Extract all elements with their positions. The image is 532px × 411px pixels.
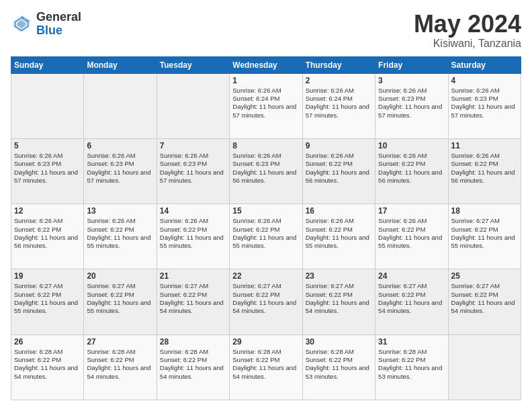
day-number: 2 [306, 76, 372, 85]
day-info: Sunrise: 6:26 AMSunset: 6:22 PMDaylight:… [14, 217, 81, 250]
calendar-week-row: 1Sunrise: 6:26 AMSunset: 6:24 PMDaylight… [11, 73, 521, 138]
table-row: 9Sunrise: 6:26 AMSunset: 6:22 PMDaylight… [302, 138, 375, 203]
title-block: May 2024 Kisiwani, Tanzania [414, 11, 521, 50]
title-month: May 2024 [414, 11, 521, 38]
table-row: 31Sunrise: 6:28 AMSunset: 6:22 PMDayligh… [375, 334, 448, 400]
day-info: Sunrise: 6:26 AMSunset: 6:23 PMDaylight:… [14, 152, 81, 185]
header: General Blue May 2024 Kisiwani, Tanzania [11, 11, 521, 50]
day-info: Sunrise: 6:28 AMSunset: 6:22 PMDaylight:… [160, 348, 226, 381]
day-number: 9 [306, 141, 372, 150]
table-row: 13Sunrise: 6:26 AMSunset: 6:22 PMDayligh… [84, 204, 157, 269]
day-number: 15 [232, 206, 299, 216]
day-info: Sunrise: 6:26 AMSunset: 6:22 PMDaylight:… [87, 217, 153, 250]
table-row [11, 73, 84, 138]
th-wednesday: Wednesday [230, 56, 302, 73]
day-number: 31 [378, 337, 445, 347]
th-saturday: Saturday [448, 56, 521, 73]
day-number: 19 [14, 271, 81, 281]
day-info: Sunrise: 6:27 AMSunset: 6:22 PMDaylight:… [378, 282, 445, 315]
day-number: 28 [160, 337, 226, 347]
day-info: Sunrise: 6:28 AMSunset: 6:22 PMDaylight:… [87, 348, 153, 381]
day-number: 30 [306, 337, 372, 347]
day-number: 25 [451, 271, 518, 281]
day-number: 27 [87, 337, 153, 347]
day-number: 12 [14, 206, 81, 216]
day-number: 5 [14, 141, 81, 150]
calendar-week-row: 19Sunrise: 6:27 AMSunset: 6:22 PMDayligh… [11, 269, 521, 334]
table-row: 19Sunrise: 6:27 AMSunset: 6:22 PMDayligh… [11, 269, 84, 334]
table-row: 17Sunrise: 6:26 AMSunset: 6:22 PMDayligh… [375, 204, 448, 269]
table-row: 14Sunrise: 6:26 AMSunset: 6:22 PMDayligh… [157, 204, 229, 269]
calendar-week-row: 26Sunrise: 6:28 AMSunset: 6:22 PMDayligh… [11, 334, 521, 400]
day-number: 23 [306, 271, 372, 281]
day-info: Sunrise: 6:26 AMSunset: 6:24 PMDaylight:… [232, 87, 299, 120]
day-info: Sunrise: 6:26 AMSunset: 6:24 PMDaylight:… [306, 87, 372, 120]
day-info: Sunrise: 6:27 AMSunset: 6:22 PMDaylight:… [232, 282, 299, 315]
day-number: 1 [232, 76, 299, 85]
table-row: 12Sunrise: 6:26 AMSunset: 6:22 PMDayligh… [11, 204, 84, 269]
day-info: Sunrise: 6:26 AMSunset: 6:23 PMDaylight:… [160, 152, 226, 185]
day-number: 13 [87, 206, 153, 216]
day-number: 7 [160, 141, 226, 150]
day-number: 21 [160, 271, 226, 281]
th-thursday: Thursday [302, 56, 375, 73]
table-row: 25Sunrise: 6:27 AMSunset: 6:22 PMDayligh… [448, 269, 521, 334]
table-row: 4Sunrise: 6:26 AMSunset: 6:23 PMDaylight… [448, 73, 521, 138]
day-info: Sunrise: 6:26 AMSunset: 6:23 PMDaylight:… [232, 152, 299, 185]
table-row: 27Sunrise: 6:28 AMSunset: 6:22 PMDayligh… [84, 334, 157, 400]
day-number: 6 [87, 141, 153, 150]
table-row [448, 334, 521, 400]
day-info: Sunrise: 6:27 AMSunset: 6:22 PMDaylight:… [451, 282, 518, 315]
day-info: Sunrise: 6:27 AMSunset: 6:22 PMDaylight:… [160, 282, 226, 315]
day-number: 20 [87, 271, 153, 281]
day-number: 4 [451, 76, 518, 85]
table-row: 22Sunrise: 6:27 AMSunset: 6:22 PMDayligh… [230, 269, 302, 334]
table-row: 2Sunrise: 6:26 AMSunset: 6:24 PMDaylight… [302, 73, 375, 138]
day-info: Sunrise: 6:26 AMSunset: 6:22 PMDaylight:… [378, 152, 445, 185]
table-row: 15Sunrise: 6:26 AMSunset: 6:22 PMDayligh… [230, 204, 302, 269]
day-info: Sunrise: 6:28 AMSunset: 6:22 PMDaylight:… [306, 348, 372, 381]
page: General Blue May 2024 Kisiwani, Tanzania… [0, 0, 532, 411]
day-number: 17 [378, 206, 445, 216]
calendar-table: Sunday Monday Tuesday Wednesday Thursday… [11, 56, 521, 400]
day-info: Sunrise: 6:26 AMSunset: 6:22 PMDaylight:… [378, 217, 445, 250]
calendar-header-row: Sunday Monday Tuesday Wednesday Thursday… [11, 56, 521, 73]
day-info: Sunrise: 6:27 AMSunset: 6:22 PMDaylight:… [306, 282, 372, 315]
th-sunday: Sunday [11, 56, 84, 73]
th-friday: Friday [375, 56, 448, 73]
day-number: 3 [378, 76, 445, 85]
day-info: Sunrise: 6:28 AMSunset: 6:22 PMDaylight:… [232, 348, 299, 381]
table-row: 16Sunrise: 6:26 AMSunset: 6:22 PMDayligh… [302, 204, 375, 269]
table-row: 11Sunrise: 6:26 AMSunset: 6:22 PMDayligh… [448, 138, 521, 203]
day-info: Sunrise: 6:26 AMSunset: 6:23 PMDaylight:… [451, 87, 518, 120]
day-info: Sunrise: 6:27 AMSunset: 6:22 PMDaylight:… [451, 217, 518, 250]
day-info: Sunrise: 6:27 AMSunset: 6:22 PMDaylight:… [14, 282, 81, 315]
th-tuesday: Tuesday [157, 56, 229, 73]
logo-text: General Blue [36, 11, 81, 38]
logo-general-text: General [36, 11, 81, 24]
day-number: 24 [378, 271, 445, 281]
day-number: 29 [232, 337, 299, 347]
table-row: 21Sunrise: 6:27 AMSunset: 6:22 PMDayligh… [157, 269, 229, 334]
table-row: 6Sunrise: 6:26 AMSunset: 6:23 PMDaylight… [84, 138, 157, 203]
day-info: Sunrise: 6:27 AMSunset: 6:22 PMDaylight:… [87, 282, 153, 315]
table-row [84, 73, 157, 138]
table-row: 24Sunrise: 6:27 AMSunset: 6:22 PMDayligh… [375, 269, 448, 334]
table-row: 1Sunrise: 6:26 AMSunset: 6:24 PMDaylight… [230, 73, 302, 138]
table-row: 29Sunrise: 6:28 AMSunset: 6:22 PMDayligh… [230, 334, 302, 400]
logo: General Blue [11, 11, 81, 38]
day-number: 14 [160, 206, 226, 216]
day-number: 11 [451, 141, 518, 150]
table-row: 28Sunrise: 6:28 AMSunset: 6:22 PMDayligh… [157, 334, 229, 400]
table-row: 8Sunrise: 6:26 AMSunset: 6:23 PMDaylight… [230, 138, 302, 203]
logo-icon [11, 13, 32, 35]
table-row [157, 73, 229, 138]
th-monday: Monday [84, 56, 157, 73]
day-info: Sunrise: 6:26 AMSunset: 6:22 PMDaylight:… [160, 217, 226, 250]
day-info: Sunrise: 6:26 AMSunset: 6:22 PMDaylight:… [306, 217, 372, 250]
calendar-week-row: 12Sunrise: 6:26 AMSunset: 6:22 PMDayligh… [11, 204, 521, 269]
logo-blue-text: Blue [36, 24, 81, 38]
table-row: 23Sunrise: 6:27 AMSunset: 6:22 PMDayligh… [302, 269, 375, 334]
day-info: Sunrise: 6:26 AMSunset: 6:22 PMDaylight:… [232, 217, 299, 250]
table-row: 20Sunrise: 6:27 AMSunset: 6:22 PMDayligh… [84, 269, 157, 334]
